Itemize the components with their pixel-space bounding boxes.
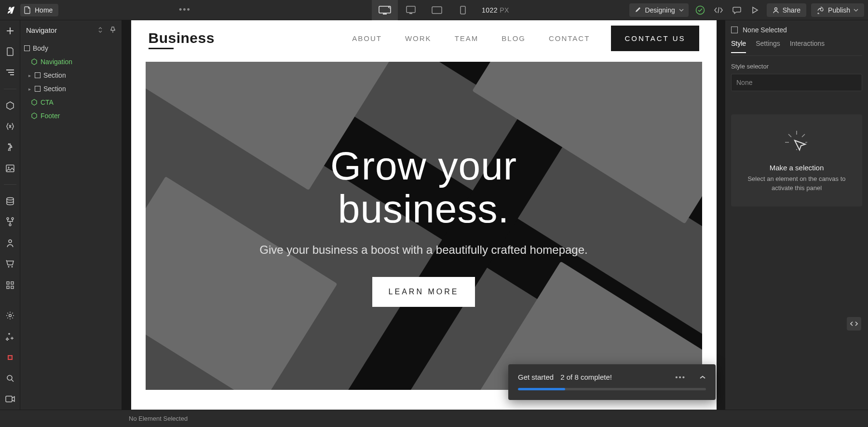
design-canvas[interactable]: Business ABOUT WORK TEAM BLOG CONTACT CO… [131, 20, 717, 410]
toast-progress-fill [518, 388, 565, 390]
audit-icon[interactable] [4, 352, 16, 363]
breakpoint-mobile[interactable] [450, 0, 476, 20]
logic-icon[interactable] [4, 217, 16, 228]
learn-more-button[interactable]: LEARN MORE [372, 277, 475, 307]
svg-rect-23 [11, 286, 14, 289]
topbar-right-group: Designing Share Publish [629, 3, 864, 17]
menu-item-team[interactable]: TEAM [455, 34, 479, 42]
page-home-pill[interactable]: Home [20, 4, 58, 16]
styles-icon[interactable] [4, 142, 16, 153]
svg-point-19 [11, 266, 13, 268]
toast-progress-text: 2 of 8 complete! [560, 373, 612, 381]
users-icon[interactable] [4, 237, 16, 248]
pin-icon[interactable] [110, 27, 116, 33]
menu-item-about[interactable]: ABOUT [352, 34, 382, 42]
site-logo[interactable]: Business [149, 30, 215, 46]
navigator-tree-icon[interactable] [4, 67, 16, 78]
add-element-icon[interactable] [4, 25, 16, 36]
ecommerce-icon[interactable] [4, 259, 16, 270]
toast-more-icon[interactable]: ••• [675, 373, 686, 381]
tree-label: Navigation [41, 58, 72, 66]
comment-icon[interactable] [730, 3, 744, 17]
share-button[interactable]: Share [767, 3, 806, 17]
hero-content: Grow your business. Give your business a… [259, 145, 587, 306]
svg-rect-22 [7, 286, 9, 289]
style-selector-placeholder: None [736, 79, 752, 86]
svg-point-15 [12, 218, 14, 220]
hero-heading[interactable]: Grow your business. [259, 145, 587, 230]
mode-designing-pill[interactable]: Designing [629, 3, 688, 17]
webflow-logo-icon[interactable] [4, 4, 16, 16]
rocket-icon [817, 6, 825, 14]
components-icon[interactable] [4, 100, 16, 111]
tree-node-footer[interactable]: Footer [20, 109, 122, 123]
tab-interactions[interactable]: Interactions [790, 40, 825, 52]
cms-icon[interactable] [4, 195, 16, 207]
breakpoint-desktop[interactable] [398, 0, 424, 20]
navigator-title: Navigator [26, 26, 57, 34]
svg-point-13 [7, 198, 14, 200]
svg-point-7 [774, 8, 777, 10]
preview-play-icon[interactable] [748, 3, 762, 17]
assets-icon[interactable] [4, 163, 16, 174]
navigator-header: Navigator [20, 20, 122, 40]
svg-rect-20 [7, 282, 9, 284]
chevron-down-icon [679, 9, 684, 12]
breakpoint-tablet[interactable] [424, 0, 450, 20]
code-icon[interactable] [712, 3, 725, 17]
breakpoint-desktop-large[interactable] [372, 0, 398, 20]
publish-button[interactable]: Publish [811, 3, 864, 17]
svg-point-8 [8, 144, 9, 145]
canvas-width-unit: PX [500, 6, 509, 14]
contact-us-button[interactable]: CONTACT US [611, 26, 699, 51]
tree-label: Section [43, 71, 66, 79]
publish-label: Publish [828, 6, 850, 14]
chevron-right-icon[interactable]: ▸ [27, 86, 32, 91]
svg-rect-5 [461, 6, 465, 14]
svg-point-25 [7, 375, 12, 380]
rail-separator [4, 184, 16, 185]
svg-rect-2 [407, 6, 415, 13]
tab-settings[interactable]: Settings [756, 40, 780, 52]
share-label: Share [783, 6, 800, 14]
pages-icon[interactable] [4, 46, 16, 57]
ai-sparkle-icon[interactable] [4, 331, 16, 342]
video-help-icon[interactable] [4, 394, 16, 405]
svg-rect-26 [6, 396, 12, 402]
settings-gear-icon[interactable] [4, 310, 16, 321]
panel-tabs: Style Settings Interactions [731, 40, 862, 56]
status-bar: No Element Selected [0, 410, 868, 427]
tree-node-cta[interactable]: CTA [20, 96, 122, 109]
style-selector-input[interactable]: None [731, 74, 862, 91]
toast-collapse-icon[interactable] [699, 375, 706, 379]
hero-heading-line2: business. [338, 187, 509, 231]
hero-subheading[interactable]: Give your business a boost with a beauti… [259, 243, 587, 257]
selection-label: None Selected [743, 26, 787, 34]
chevron-right-icon[interactable]: ▸ [27, 73, 32, 78]
variables-icon[interactable] [4, 121, 16, 132]
tree-node-section-1[interactable]: ▸ Section [20, 69, 122, 82]
apps-icon[interactable] [4, 279, 16, 290]
search-icon[interactable] [4, 372, 16, 384]
menu-item-work[interactable]: WORK [405, 34, 432, 42]
style-panel: None Selected Style Settings Interaction… [725, 20, 868, 410]
menu-item-blog[interactable]: BLOG [502, 34, 526, 42]
mode-label: Designing [645, 6, 675, 14]
navigator-tree: Body Navigation ▸ Section ▸ Section CTA [20, 40, 122, 410]
more-options-button[interactable]: ••• [179, 5, 190, 15]
tab-style[interactable]: Style [731, 40, 746, 53]
tree-node-section-2[interactable]: ▸ Section [20, 82, 122, 96]
tree-node-body[interactable]: Body [20, 41, 122, 55]
tree-label: CTA [41, 98, 54, 106]
svg-rect-1 [383, 14, 387, 14]
user-icon [773, 7, 779, 14]
brush-icon [634, 7, 641, 14]
status-check-icon[interactable] [693, 3, 707, 17]
canvas-width-readout[interactable]: 1022PX [482, 6, 509, 14]
expand-collapse-icon[interactable] [97, 27, 103, 33]
tree-node-navigation[interactable]: Navigation [20, 55, 122, 69]
selection-indicator: None Selected [731, 20, 862, 40]
quick-command-button[interactable] [847, 317, 861, 331]
svg-point-12 [8, 166, 9, 168]
menu-item-contact[interactable]: CONTACT [549, 34, 590, 42]
